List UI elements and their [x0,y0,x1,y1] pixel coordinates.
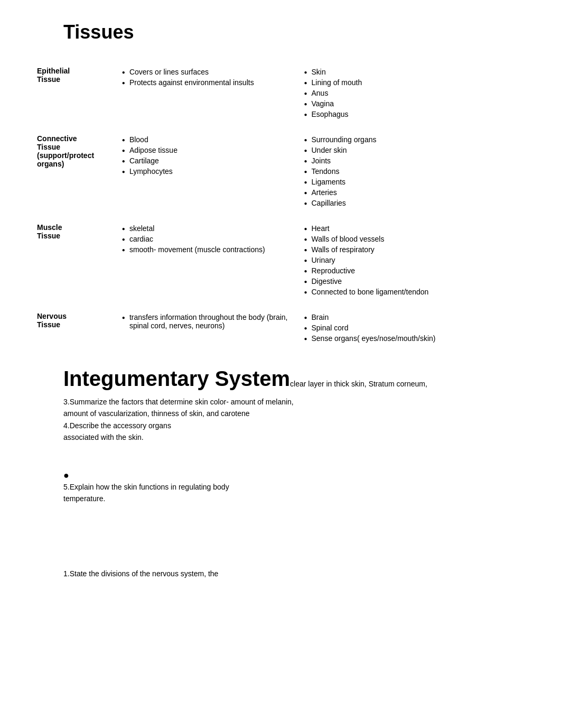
list-item: Urinary [304,255,524,265]
list-item: Sense organs( eyes/nose/mouth/skin) [304,333,524,344]
list-item: Tendons [304,166,524,177]
bullet-standalone-container: ● [63,470,529,481]
table-row: ConnectiveTissue(support/protectorgans) … [32,127,529,216]
tissue-functions-epithelial: Covers or lines surfaces Protects agains… [117,59,299,127]
tissue-functions-muscle: skeletal cardiac smooth- movement (muscl… [117,216,299,305]
list-item: Joints [304,155,524,166]
list-item: Arteries [304,187,524,198]
tissue-table: EpithelialTissue Covers or lines surface… [32,59,529,351]
list-item: Adipose tissue [122,145,294,155]
list-item: Lymphocytes [122,166,294,177]
tissue-name-nervous: NervousTissue [32,305,117,351]
list-item: Covers or lines surfaces [122,67,294,77]
list-item: transfers information throughout the bod… [122,312,294,331]
list-item: Spinal cord [304,322,524,333]
list-item: Brain [304,312,524,322]
list-item: Blood [122,134,294,145]
page-title: Tissues [63,21,529,43]
tissue-examples-epithelial: Skin Lining of mouth Anus Vagina Esophag… [298,59,529,127]
integumentary-section: Integumentary Systemclear layer in thick… [63,367,529,444]
list-item: Vagina [304,98,524,109]
tissue-name-connective: ConnectiveTissue(support/protectorgans) [32,127,117,216]
tissue-examples-nervous: Brain Spinal cord Sense organs( eyes/nos… [298,305,529,351]
list-item: Reproductive [304,265,524,276]
tissue-examples-muscle: Heart Walls of blood vessels Walls of re… [298,216,529,305]
tissue-name-epithelial: EpithelialTissue [32,59,117,127]
list-item: Walls of respiratory [304,244,524,255]
section1-text: 1.State the divisions of the nervous sys… [63,568,529,579]
tissue-functions-connective: Blood Adipose tissue Cartilage Lymphocyt… [117,127,299,216]
list-item: Lining of mouth [304,77,524,88]
tissue-name-muscle: MuscleTissue [32,216,117,305]
list-item: Heart [304,223,524,234]
integumentary-title: Integumentary System [63,367,290,390]
list-item: Esophagus [304,109,524,119]
list-item: Walls of blood vessels [304,234,524,244]
list-item: Cartilage [122,155,294,166]
list-item: smooth- movement (muscle contractions) [122,244,294,255]
list-item: Connected to bone ligament/tendon [304,287,524,297]
list-item: Skin [304,67,524,77]
list-item: Surrounding organs [304,134,524,145]
table-row: EpithelialTissue Covers or lines surface… [32,59,529,127]
list-item: Ligaments [304,177,524,187]
section5-text: 5.Explain how the skin functions in regu… [63,481,529,505]
tissue-functions-nervous: transfers information throughout the bod… [117,305,299,351]
list-item: Capillaries [304,198,524,208]
list-item: Under skin [304,145,524,155]
table-row: MuscleTissue skeletal cardiac smooth- mo… [32,216,529,305]
list-item: skeletal [122,223,294,234]
table-row: NervousTissue transfers information thro… [32,305,529,351]
integumentary-subtitle: clear layer in thick skin, Stratum corne… [290,380,427,388]
standalone-bullet: ● [63,470,69,481]
list-item: Protects against environmental insults [122,77,294,88]
list-item: Anus [304,88,524,98]
integumentary-body: 3.Summarize the factors that determine s… [63,396,529,444]
list-item: Digestive [304,276,524,287]
bottom-section: 1.State the divisions of the nervous sys… [63,568,529,579]
tissue-examples-connective: Surrounding organs Under skin Joints Ten… [298,127,529,216]
list-item: cardiac [122,234,294,244]
